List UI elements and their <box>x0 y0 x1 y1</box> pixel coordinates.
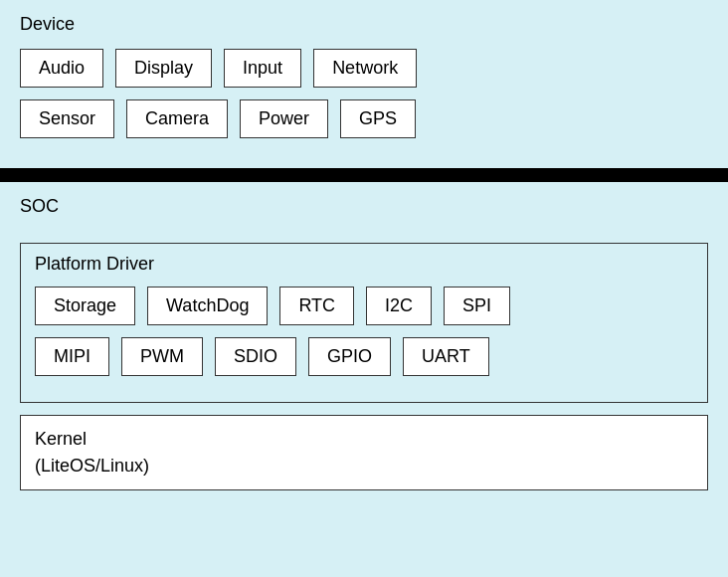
chip-gpio: GPIO <box>308 337 391 376</box>
chip-network: Network <box>313 49 417 88</box>
chip-mipi: MIPI <box>35 337 109 376</box>
kernel-box: Kernel (LiteOS/Linux) <box>20 415 708 490</box>
platform-row-2: MIPI PWM SDIO GPIO UART <box>35 337 693 376</box>
chip-pwm: PWM <box>121 337 203 376</box>
chip-display: Display <box>115 49 212 88</box>
chip-watchdog: WatchDog <box>147 287 268 325</box>
platform-driver-box: Platform Driver Storage WatchDog RTC I2C… <box>20 243 708 403</box>
kernel-line2: (LiteOS/Linux) <box>35 453 693 480</box>
chip-power: Power <box>240 99 328 138</box>
chip-gps: GPS <box>340 99 416 138</box>
chip-i2c: I2C <box>366 287 432 325</box>
device-row-2: Sensor Camera Power GPS <box>20 99 708 138</box>
chip-input: Input <box>224 49 301 88</box>
device-row-1: Audio Display Input Network <box>20 49 708 88</box>
chip-camera: Camera <box>126 99 228 138</box>
chip-audio: Audio <box>20 49 103 88</box>
chip-sdio: SDIO <box>215 337 296 376</box>
chip-sensor: Sensor <box>20 99 114 138</box>
chip-spi: SPI <box>444 287 510 325</box>
chip-storage: Storage <box>35 287 135 325</box>
kernel-line1: Kernel <box>35 426 693 453</box>
platform-row-1: Storage WatchDog RTC I2C SPI <box>35 287 693 325</box>
chip-rtc: RTC <box>279 287 354 325</box>
device-label: Device <box>20 14 708 35</box>
chip-uart: UART <box>403 337 489 376</box>
platform-driver-label: Platform Driver <box>35 254 693 275</box>
soc-section: SOC Platform Driver Storage WatchDog RTC… <box>0 182 728 577</box>
section-divider <box>0 168 728 182</box>
device-section: Device Audio Display Input Network Senso… <box>0 0 728 168</box>
soc-label: SOC <box>20 196 708 217</box>
